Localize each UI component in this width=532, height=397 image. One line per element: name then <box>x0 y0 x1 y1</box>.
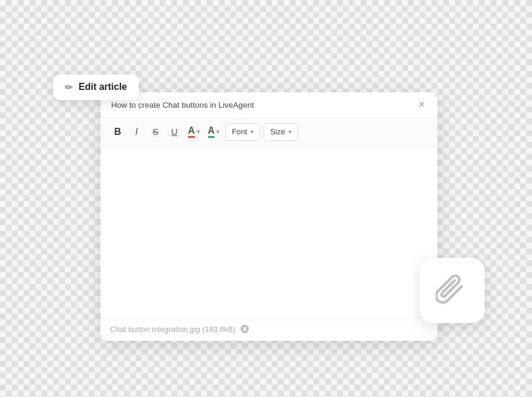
edit-article-text: Edit article <box>79 82 127 92</box>
size-dropdown-label: Size <box>270 127 285 136</box>
edit-article-label: ✏ Edit article <box>53 75 139 100</box>
underline-button[interactable]: U <box>167 124 182 140</box>
editor-panel: How to create Chat buttons in LiveAgent … <box>100 92 437 341</box>
font-dropdown[interactable]: Font ▾ <box>225 123 260 141</box>
editor-titlebar: How to create Chat buttons in LiveAgent … <box>100 92 437 118</box>
highlight-letter: A <box>208 126 215 138</box>
close-button[interactable]: × <box>417 99 427 111</box>
italic-button[interactable]: I <box>129 124 144 140</box>
font-color-button[interactable]: A ▾ <box>186 125 202 139</box>
size-dropdown-arrow: ▾ <box>288 128 291 135</box>
paperclip-icon <box>436 270 469 311</box>
font-color-letter: A <box>188 126 195 138</box>
attachment-remove-button[interactable] <box>240 324 249 335</box>
pencil-icon: ✏ <box>65 82 73 93</box>
bold-button[interactable]: B <box>110 124 125 140</box>
editor-content-area[interactable] <box>100 146 437 276</box>
size-dropdown[interactable]: Size ▾ <box>264 123 298 141</box>
font-dropdown-label: Font <box>232 127 247 136</box>
strikethrough-button[interactable]: S <box>148 124 163 140</box>
paperclip-badge <box>420 258 485 323</box>
highlight-button[interactable]: A ▾ <box>206 125 222 139</box>
attachment-filename: Chat button integration.jpg (183.8kB) <box>110 325 235 334</box>
font-dropdown-arrow: ▾ <box>251 128 254 135</box>
font-color-arrow: ▾ <box>197 128 200 135</box>
highlight-arrow: ▾ <box>216 128 219 135</box>
editor-title: How to create Chat buttons in LiveAgent <box>111 101 254 109</box>
editor-attachment-row: Chat button integration.jpg (183.8kB) <box>100 318 437 341</box>
remove-icon <box>240 324 249 334</box>
editor-toolbar: B I S U A ▾ A ▾ Font ▾ Size ▾ <box>100 118 437 146</box>
